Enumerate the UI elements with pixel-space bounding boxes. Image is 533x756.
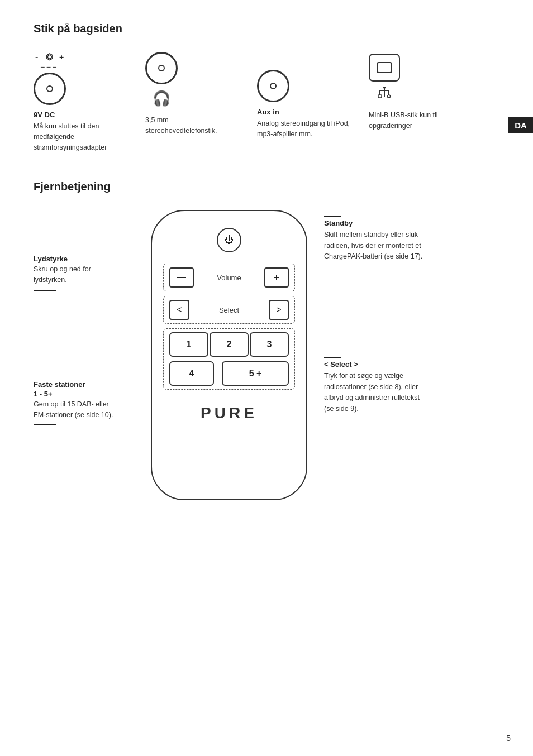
- connector-aux-icon: [257, 52, 289, 102]
- usb-box: [369, 54, 400, 82]
- headphone-inner-circle: [158, 65, 165, 71]
- preset-3-label: 3: [267, 339, 272, 350]
- aux-inner-circle: [270, 83, 277, 89]
- usb-inner-box: [377, 62, 392, 73]
- connector-9vdc-icon: - ⏣ + ═══: [34, 52, 66, 105]
- dc-jack-circle: [34, 73, 66, 105]
- da-badge: DA: [508, 117, 533, 133]
- annotation-select: < Select > Tryk for at søge og vælge rad…: [324, 357, 436, 414]
- annotation-faste-stationer-title: Faste stationer: [34, 380, 145, 389]
- dc-lines: ═══: [41, 63, 59, 70]
- preset-button-3[interactable]: 3: [250, 332, 289, 357]
- connector-9vdc: - ⏣ + ═══ 9V DC Må kun sluttes til den m…: [34, 52, 145, 152]
- connector-headphone: 🎧 3,5 mm stereohovedtelefonstik.: [145, 52, 257, 136]
- section-stik: Stik på bagsiden - ⏣ + ═══ 9V DC Må kun …: [0, 0, 533, 164]
- preset-button-4[interactable]: 4: [169, 361, 214, 386]
- volume-plus-icon: +: [274, 272, 280, 284]
- select-row: < Select >: [169, 300, 289, 320]
- right-annotations: Standby Skift mellem standby eller sluk …: [313, 210, 436, 442]
- connector-usb: Mini-B USB-stik kun til opgraderinger: [369, 52, 480, 131]
- section-stik-title: Stik på bagsiden: [34, 22, 499, 35]
- volume-row: — Volume +: [169, 267, 289, 288]
- section-remote: Fjernbetjening Lydstyrke Skru op og ned …: [0, 164, 533, 523]
- dc-plug-symbol: ⏣: [46, 52, 54, 62]
- preset-4-label: 4: [189, 369, 194, 379]
- remote-control: ⏻ — Volume + <: [151, 210, 307, 500]
- select-label: Select: [216, 306, 242, 314]
- volume-minus-button[interactable]: —: [169, 267, 194, 288]
- annotation-standby: Standby Skift mellem standby eller sluk …: [324, 216, 436, 262]
- connector-headphone-icon: 🎧: [145, 52, 178, 107]
- svg-marker-6: [383, 87, 386, 89]
- dc-minus: -: [35, 53, 46, 61]
- power-button[interactable]: ⏻: [217, 228, 241, 252]
- arrow-left-button[interactable]: <: [169, 300, 189, 320]
- connector-9vdc-label: 9V DC: [34, 111, 55, 119]
- annotation-standby-title: Standby: [324, 219, 436, 227]
- connector-usb-desc: Mini-B USB-stik kun til opgraderinger: [369, 110, 464, 131]
- arrow-right-icon: >: [276, 305, 281, 315]
- svg-rect-4: [378, 95, 382, 98]
- arrow-right-button[interactable]: >: [269, 300, 289, 320]
- svg-point-5: [388, 95, 391, 98]
- arrow-left-icon: <: [177, 305, 182, 315]
- connector-aux-desc: Analog stereoindgang til iPod, mp3-afspi…: [257, 118, 352, 140]
- annotation-faste-stationer: Faste stationer 1 - 5+ Gem op til 15 DAB…: [34, 380, 145, 426]
- connector-9vdc-desc: Må kun sluttes til den medfølgende strøm…: [34, 121, 129, 152]
- preset-1-label: 1: [187, 339, 192, 350]
- annotation-standby-text: Skift mellem standby eller sluk radioen,…: [324, 229, 430, 262]
- page-number: 5: [506, 734, 511, 743]
- dc-jack-inner: [46, 85, 53, 92]
- annotation-faste-stationer-text: Gem op til 15 DAB- eller FM-stationer (s…: [34, 399, 123, 420]
- lydstyrke-connector-line: [34, 290, 56, 291]
- connector-aux-label: Aux in: [257, 108, 279, 116]
- connector-usb-icon: [369, 52, 400, 102]
- section-remote-title: Fjernbetjening: [34, 180, 499, 193]
- connectors-row: - ⏣ + ═══ 9V DC Må kun sluttes til den m…: [34, 52, 499, 152]
- annotation-lydstyrke-title: Lydstyrke: [34, 255, 145, 263]
- power-icon: ⏻: [225, 235, 234, 245]
- annotation-faste-stationer-subtitle: 1 - 5+: [34, 390, 145, 398]
- preset-button-5plus[interactable]: 5 +: [222, 361, 289, 386]
- aux-outer-circle: [257, 70, 289, 102]
- volume-plus-button[interactable]: +: [264, 267, 289, 288]
- dc-plus: +: [54, 53, 65, 61]
- connector-aux: Aux in Analog stereoindgang til iPod, mp…: [257, 52, 369, 140]
- pure-brand-logo: PURE: [201, 404, 258, 422]
- left-annotations: Lydstyrke Skru op og ned for lydstyrken.…: [34, 210, 145, 459]
- remote-layout: Lydstyrke Skru op og ned for lydstyrken.…: [34, 210, 499, 500]
- preset-button-1[interactable]: 1: [169, 332, 208, 357]
- preset-row-2: 4 5 +: [169, 361, 289, 386]
- connector-headphone-desc: 3,5 mm stereohovedtelefonstik.: [145, 115, 240, 136]
- headphone-outer-circle: [145, 52, 178, 84]
- preset-button-2[interactable]: 2: [210, 332, 249, 357]
- faste-stationer-connector-line: [34, 424, 56, 425]
- preset-5plus-label: 5 +: [249, 369, 262, 379]
- annotation-lydstyrke-text: Skru op og ned for lydstyrken.: [34, 264, 123, 285]
- volume-section: — Volume +: [163, 264, 295, 291]
- annotation-select-text: Tryk for at søge og vælge radiostationer…: [324, 371, 430, 414]
- preset-row-1: 1 2 3: [169, 332, 289, 357]
- headphone-glyph: 🎧: [153, 90, 170, 107]
- select-connector-line: [324, 357, 341, 358]
- usb-symbol: [376, 87, 393, 102]
- annotation-lydstyrke: Lydstyrke Skru op og ned for lydstyrken.: [34, 255, 145, 291]
- select-section: < Select >: [163, 296, 295, 324]
- preset-section: 1 2 3 4 5 +: [163, 328, 295, 390]
- volume-label: Volume: [217, 274, 241, 282]
- preset-2-label: 2: [227, 339, 232, 350]
- volume-minus-icon: —: [177, 272, 186, 283]
- standby-connector-line: [324, 216, 341, 217]
- annotation-select-title: < Select >: [324, 360, 436, 369]
